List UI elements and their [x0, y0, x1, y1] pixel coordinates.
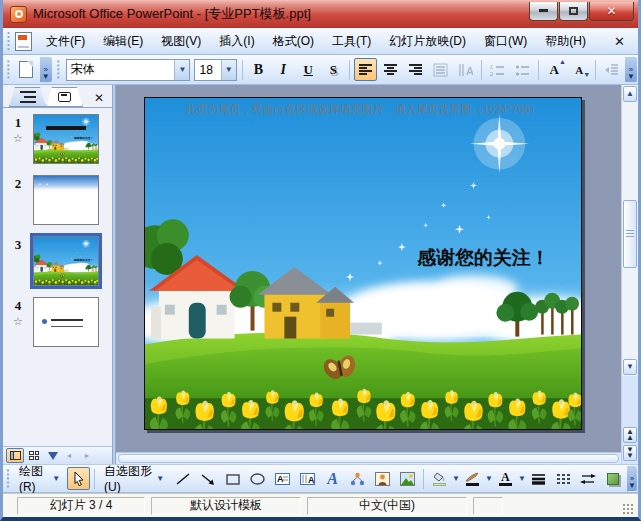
line-tool-button[interactable]: [171, 467, 194, 490]
menu-window[interactable]: 窗口(W): [475, 29, 536, 54]
arrow-style-button[interactable]: [577, 467, 600, 490]
minimize-button[interactable]: [529, 2, 558, 21]
drawing-toolbar: 绘图(R)▼ 自选图形(U)▼ A A A: [3, 464, 638, 493]
content-area: ✕ 1 ☆ 2: [3, 85, 638, 464]
language-indicator[interactable]: 中文(中国): [307, 497, 467, 515]
status-spare-panel: [473, 497, 503, 515]
shadow-style-button[interactable]: [602, 467, 625, 490]
menu-view[interactable]: 视图(V): [152, 29, 210, 54]
drawing-toolbar-drag-handle[interactable]: [6, 469, 10, 488]
text-box-button[interactable]: A: [271, 467, 294, 490]
font-name-combobox[interactable]: 宋体 ▼: [66, 59, 191, 81]
arrow-tool-button[interactable]: [196, 467, 219, 490]
numbered-list-button[interactable]: 12: [486, 58, 509, 81]
align-right-icon: [408, 63, 423, 77]
line-color-button[interactable]: [461, 467, 484, 490]
scrollbar-thumb[interactable]: [623, 200, 637, 268]
menubar-drag-handle[interactable]: [6, 32, 11, 50]
separator: [538, 60, 539, 80]
standard-toolbar-overflow-button[interactable]: »▼: [40, 57, 52, 82]
decrease-indent-button[interactable]: [600, 58, 623, 81]
rectangle-tool-button[interactable]: [221, 467, 244, 490]
horizontal-scrollbar-thumb[interactable]: [118, 454, 619, 463]
new-presentation-button[interactable]: [15, 58, 38, 81]
fill-color-dropdown[interactable]: ▼: [452, 474, 460, 483]
oval-tool-button[interactable]: [246, 467, 269, 490]
maximize-button[interactable]: [559, 2, 588, 21]
menu-insert[interactable]: 插入(I): [210, 29, 263, 54]
thumbnail-image[interactable]: • •: [33, 175, 99, 225]
decrease-font-size-button[interactable]: A▼: [568, 58, 591, 81]
vertical-scrollbar[interactable]: ▲ ▼ ▲▲ ▼▼: [621, 85, 638, 464]
standard-toolbar-drag-handle[interactable]: [6, 60, 11, 79]
tab-outline[interactable]: [9, 87, 46, 107]
slide-thumbnail-1[interactable]: 1 ☆: [3, 114, 112, 164]
dropdown-arrow-icon: ▼: [52, 474, 60, 483]
formatting-toolbar-overflow-button[interactable]: »▼: [625, 57, 637, 82]
align-center-button[interactable]: [379, 58, 402, 81]
next-slide-button[interactable]: ▼▼: [623, 445, 637, 461]
scroll-down-button[interactable]: ▼: [623, 359, 637, 375]
thumbnail-title-bar: [46, 126, 87, 130]
line-color-dropdown[interactable]: ▼: [485, 474, 493, 483]
bold-button[interactable]: B: [247, 58, 270, 81]
font-color-dropdown[interactable]: ▼: [518, 474, 526, 483]
insert-picture-button[interactable]: [396, 467, 419, 490]
previous-slide-button[interactable]: ▲▲: [623, 427, 637, 443]
text-shadow-button[interactable]: S: [322, 58, 345, 81]
font-size-combobox[interactable]: 18 ▼: [194, 59, 236, 81]
insert-clipart-button[interactable]: [371, 467, 394, 490]
rectangle-icon: [226, 472, 240, 486]
align-left-button[interactable]: [354, 58, 377, 81]
font-size-dropdown-arrow[interactable]: ▼: [221, 60, 236, 80]
align-right-button[interactable]: [404, 58, 427, 81]
line-style-button[interactable]: [527, 467, 550, 490]
vertical-text-box-button[interactable]: A: [296, 467, 319, 490]
wordart-button[interactable]: A: [321, 467, 344, 490]
slide-thumbnail-3[interactable]: 3: [3, 236, 112, 286]
font-name-dropdown-arrow[interactable]: ▼: [174, 60, 189, 80]
close-button[interactable]: ✕: [589, 2, 634, 21]
separator: [242, 60, 243, 80]
resize-grip[interactable]: [622, 503, 634, 515]
font-color-button[interactable]: A: [494, 467, 517, 490]
slide-canvas[interactable]: 感谢您的关注！: [144, 97, 582, 430]
bulleted-list-button[interactable]: [511, 58, 534, 81]
menu-format[interactable]: 格式(O): [264, 29, 323, 54]
scrollbar-track[interactable]: [622, 103, 638, 358]
slide-thumbnail-2[interactable]: 2 • •: [3, 175, 112, 225]
italic-button[interactable]: I: [272, 58, 295, 81]
diagram-button[interactable]: [346, 467, 369, 490]
powerpoint-app-icon[interactable]: [10, 6, 27, 23]
close-pane-button[interactable]: ✕: [94, 91, 110, 107]
scroll-up-button[interactable]: ▲: [623, 86, 637, 102]
design-template-indicator[interactable]: 默认设计模板: [151, 497, 301, 515]
arrow-icon: [201, 472, 215, 486]
select-objects-button[interactable]: [67, 467, 90, 490]
menu-slideshow[interactable]: 幻灯片放映(D): [380, 29, 475, 54]
footer-instruction-text[interactable]: 此页为尾页，双击白色区域选择填充图片，填入尾页背景图（1024*768）: [145, 102, 581, 117]
menu-file[interactable]: 文件(F): [37, 29, 94, 54]
thumbnail-image[interactable]: [33, 297, 99, 347]
animation-star-icon: ☆: [13, 316, 23, 326]
fill-color-button[interactable]: [428, 467, 451, 490]
horizontal-scrollbar[interactable]: [116, 452, 621, 464]
title-bar[interactable]: Microsoft Office PowerPoint - [专业PPT模板.p…: [3, 0, 638, 28]
menu-help[interactable]: 帮助(H): [536, 29, 595, 54]
increase-font-size-button[interactable]: A▲: [543, 58, 566, 81]
slide-thumbnail-4[interactable]: 4 ☆: [3, 297, 112, 347]
distribute-text-button[interactable]: [429, 58, 452, 81]
new-document-icon: [19, 61, 33, 78]
thumbnail-image[interactable]: [33, 236, 99, 286]
thumbnail-image[interactable]: [33, 114, 99, 164]
tab-slides[interactable]: [46, 87, 83, 107]
dash-style-button[interactable]: [552, 467, 575, 490]
formatting-toolbar-drag-handle[interactable]: [56, 60, 61, 79]
underline-button[interactable]: U: [297, 58, 320, 81]
menu-edit[interactable]: 编辑(E): [94, 29, 152, 54]
align-left-icon: [358, 63, 373, 77]
close-presentation-button[interactable]: ✕: [609, 32, 630, 51]
drawing-toolbar-overflow-button[interactable]: »▼: [627, 466, 637, 491]
menu-tools[interactable]: 工具(T): [323, 29, 380, 54]
change-text-direction-button[interactable]: A: [454, 58, 477, 81]
